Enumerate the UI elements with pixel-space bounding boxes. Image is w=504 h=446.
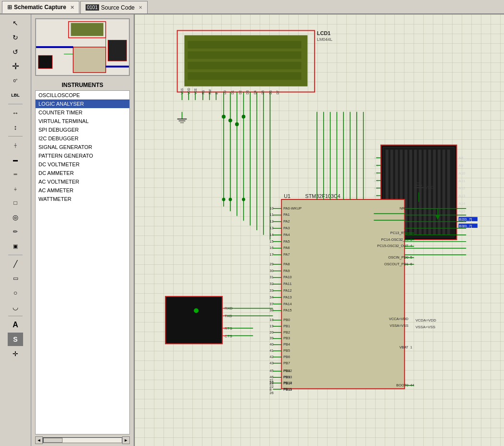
instrument-ac-voltmeter[interactable]: AC VOLTMETER [36, 177, 129, 186]
source-tab-close[interactable]: ✕ [139, 5, 142, 10]
svg-text:PA8: PA8 [283, 262, 290, 266]
svg-text:D7: D7 [276, 90, 279, 95]
svg-text:PA13: PA13 [283, 295, 292, 299]
svg-text:VBAT: VBAT [399, 345, 408, 349]
svg-point-286 [242, 198, 245, 201]
svg-text:A11: A11 [458, 179, 465, 183]
svg-text:U1: U1 [284, 193, 290, 199]
panel-area: INSTRUMENTS OSCILLOSCOPELOGIC ANALYSERCO… [31, 14, 504, 446]
tool-mirror-v[interactable]: ↕ [8, 121, 23, 134]
instrument-counter-timer[interactable]: COUNTER TIMER [36, 108, 129, 117]
svg-text:8: 8 [270, 387, 272, 392]
main-layout: ↖ ↻ ↺ ✛ 0° LBL ↔ ↕ ┼ ▬ ═ ⏚ □ ◎ ✏ ▣ ╱ ▭ ○… [0, 14, 504, 446]
tab-source[interactable]: 0101 Source Code ✕ [80, 1, 148, 13]
instrument-signal-generator[interactable]: SIGNAL GENERATOR [36, 143, 129, 151]
horizontal-scrollbar[interactable] [43, 437, 122, 443]
tool-rotate-ccw[interactable]: ↺ [8, 45, 23, 59]
svg-rect-4 [108, 40, 127, 61]
svg-text:A13: A13 [458, 194, 466, 198]
svg-text:PB15: PB15 [283, 387, 292, 392]
tool-bus[interactable]: ═ [8, 167, 23, 181]
svg-text:D5: D5 [261, 90, 265, 95]
instrument-dc-ammeter[interactable]: DC AMMETER [36, 169, 129, 177]
svg-text:STM32F103C4: STM32F103C4 [305, 193, 340, 199]
svg-text:E: E [215, 92, 218, 94]
schematic-tab-close[interactable]: ✕ [70, 5, 74, 10]
tool-text-s[interactable]: S [8, 333, 23, 346]
tool-mirror-h[interactable]: ↔ [8, 106, 23, 120]
left-panel: INSTRUMENTS OSCILLOSCOPELOGIC ANALYSERCO… [31, 14, 135, 446]
instrument-wattmeter[interactable]: WATTMETER [36, 195, 129, 203]
tool-label[interactable]: LBL [8, 88, 23, 102]
svg-text:A15: A15 [458, 209, 466, 213]
tool-crosshair[interactable]: ✛ [8, 347, 23, 360]
tab-schematic[interactable]: ⊞ Schematic Capture ✕ [2, 1, 79, 13]
tool-pencil[interactable]: ✏ [8, 225, 23, 238]
instrument-logic-analyser[interactable]: LOGIC ANALYSER [36, 99, 129, 108]
svg-text:VCDA=VDD: VCDA=VDD [416, 318, 436, 322]
svg-point-284 [222, 198, 226, 201]
svg-text:PA9: PA9 [283, 269, 290, 273]
svg-rect-13 [188, 51, 301, 59]
instrument-oscilloscope[interactable]: OSCILLOSCOPE [36, 91, 129, 99]
instrument-dc-voltmeter[interactable]: DC VOLTMETER [36, 160, 129, 169]
left-toolbar: ↖ ↻ ↺ ✛ 0° LBL ↔ ↕ ┼ ▬ ═ ⏚ □ ◎ ✏ ▣ ╱ ▭ ○… [0, 14, 31, 446]
instrument-ac-ammeter[interactable]: AC AMMETER [36, 186, 129, 195]
schematic-svg: LCD1 LM044L VSS VDD VEE RS RW E D0 D1 D2… [135, 14, 504, 446]
tool-junction[interactable]: ┼ [8, 138, 23, 152]
svg-text:PA3: PA3 [283, 226, 290, 230]
svg-text:A14: A14 [458, 201, 466, 206]
svg-text:PA10: PA10 [283, 275, 292, 279]
instrument-i2c-debugger[interactable]: I2C DEBUGGER [36, 134, 129, 143]
svg-rect-111 [433, 150, 436, 235]
svg-text:D2: D2 [239, 90, 242, 95]
scroll-right-btn[interactable]: ► [122, 436, 130, 444]
svg-text:PA12: PA12 [283, 288, 292, 293]
svg-text:A12: A12 [458, 186, 465, 190]
source-tab-icon: 0101 [86, 4, 99, 11]
schematic-tab-label: Schematic Capture [14, 4, 66, 11]
svg-rect-110 [428, 150, 431, 235]
instrument-pattern-generator[interactable]: PATTERN GENERATO [36, 151, 129, 160]
schematic-canvas[interactable]: LCD1 LM044L VSS VDD VEE RS RW E D0 D1 D2… [135, 14, 504, 446]
tool-wire[interactable]: ▬ [8, 153, 23, 166]
svg-text:PB14: PB14 [283, 381, 292, 385]
svg-text:PC15-OSC32_OUT: PC15-OSC32_OUT [377, 244, 408, 248]
tool-rotate-cw[interactable]: ↻ [8, 31, 23, 44]
svg-text:1: 1 [410, 345, 412, 349]
tool-arc[interactable]: ◡ [8, 300, 23, 314]
svg-rect-109 [424, 150, 427, 235]
scroll-left-btn[interactable]: ◄ [35, 436, 43, 444]
tool-component[interactable]: □ [8, 196, 23, 210]
svg-text:B3[0..7]: B3[0..7] [459, 224, 472, 228]
svg-text:PB6: PB6 [283, 355, 290, 359]
svg-rect-114 [447, 150, 450, 235]
instrument-virtual-terminal[interactable]: VIRTUAL TERMINAL [36, 117, 129, 125]
tool-circle[interactable]: ○ [8, 286, 23, 299]
svg-text:PA6: PA6 [283, 246, 290, 250]
tool-search[interactable]: ◎ [8, 211, 23, 224]
svg-text:A8: A8 [458, 156, 463, 160]
svg-point-244 [194, 308, 199, 313]
tool-rect[interactable]: ▭ [8, 272, 23, 285]
svg-rect-7 [36, 46, 73, 48]
tool-text-a[interactable]: A [8, 318, 23, 332]
svg-rect-243 [165, 297, 222, 344]
tool-move[interactable]: ✛ [8, 60, 23, 73]
svg-text:LCD1: LCD1 [317, 30, 330, 36]
svg-text:VDD: VDD [425, 185, 434, 190]
tool-image[interactable]: ▣ [8, 239, 23, 253]
svg-point-285 [228, 198, 232, 201]
tool-angle[interactable]: 0° [8, 74, 23, 87]
tool-power[interactable]: ⏚ [8, 182, 23, 195]
svg-text:PA2: PA2 [283, 219, 290, 223]
instrument-spi-debugger[interactable]: SPI DEBUGGER [36, 125, 129, 134]
svg-rect-3 [73, 47, 106, 73]
tool-line[interactable]: ╱ [8, 257, 23, 271]
source-tab-label: Source Code [101, 4, 135, 11]
svg-rect-14 [188, 62, 301, 69]
svg-text:PB1: PB1 [283, 324, 290, 328]
svg-rect-9 [38, 55, 52, 68]
svg-text:D3: D3 [246, 90, 249, 95]
tool-select[interactable]: ↖ [8, 16, 23, 30]
